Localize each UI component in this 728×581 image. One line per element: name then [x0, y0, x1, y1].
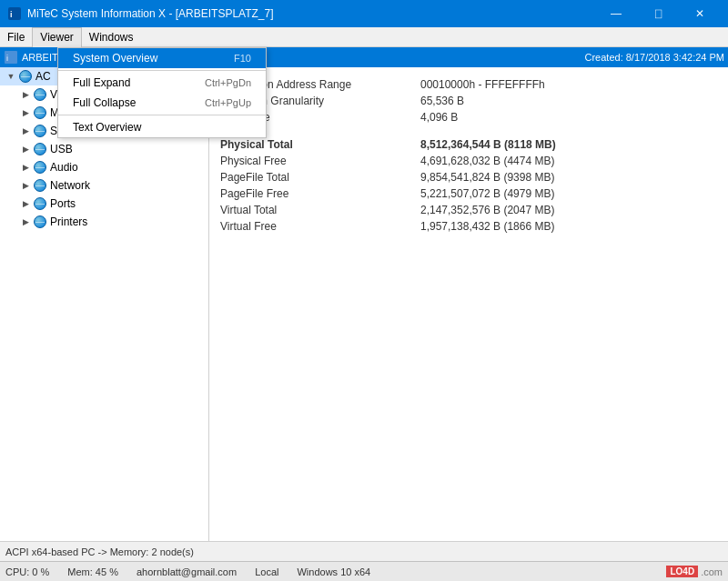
watermark: LO4D .com — [666, 566, 723, 577]
window-title: MiTeC System Information X - [ARBEITSPLA… — [27, 7, 274, 20]
tree-icon-monitor — [33, 105, 47, 120]
content-row-virt-free: Virtual Free 1,957,138,432 B (1866 MB) — [220, 218, 717, 235]
svg-text:i: i — [6, 54, 8, 63]
tree-icon-printers — [33, 215, 47, 229]
content-panel: Application Address Range 00010000h - FF… — [209, 67, 728, 541]
dropdown-separator-2 — [58, 115, 266, 115]
location-stat: Local — [255, 566, 278, 577]
main-area: ▼ AC ▶ Video ▶ Monitor ▶ Storage ▶ USB ▶… — [0, 67, 728, 541]
restore-button[interactable]: ⎕ — [637, 0, 679, 27]
email-stat: ahornblatt@gmail.com — [136, 566, 237, 577]
content-row-pagefile-total: PageFile Total 9,854,541,824 B (9398 MB) — [220, 169, 717, 185]
tree-panel: ▼ AC ▶ Video ▶ Monitor ▶ Storage ▶ USB ▶… — [0, 67, 209, 541]
tree-arrow-printers: ▶ — [18, 215, 33, 229]
content-row-phys-free: Physical Free 4,691,628,032 B (4474 MB) — [220, 153, 717, 169]
value-pagefile-total: 9,854,541,824 B (9398 MB) — [420, 171, 554, 184]
bottom-stats: CPU: 0 % Mem: 45 % ahornblatt@gmail.com … — [5, 566, 370, 577]
os-stat: Windows 10 x64 — [297, 566, 370, 577]
label-virt-total: Virtual Total — [220, 204, 420, 216]
tree-arrow-storage: ▶ — [18, 124, 33, 138]
mem-stat: Mem: 45 % — [67, 566, 118, 577]
dropdown-separator-1 — [58, 70, 266, 71]
tree-item-network[interactable]: ▶ Network — [0, 176, 208, 195]
value-pagesize: 4,096 B — [420, 111, 458, 124]
tree-item-printers[interactable]: ▶ Printers — [0, 213, 208, 231]
tree-icon-ports — [33, 196, 47, 211]
tree-icon-network — [33, 178, 47, 193]
content-row-pagefile-free: PageFile Free 5,221,507,072 B (4979 MB) — [220, 185, 717, 202]
tree-arrow-video: ▶ — [18, 87, 33, 102]
tree-label-network: Network — [50, 179, 90, 192]
lo4d-logo: LO4D — [666, 566, 698, 577]
menu-system-overview-shortcut: F10 — [234, 53, 251, 64]
menu-system-overview-label: System Overview — [73, 52, 157, 65]
tree-label-printers: Printers — [50, 215, 87, 228]
status-bar: ACPI x64-based PC -> Memory: 2 node(s) — [0, 541, 728, 561]
tree-icon-usb — [33, 142, 47, 156]
tree-item-audio[interactable]: ▶ Audio — [0, 158, 208, 176]
tree-arrow-monitor: ▶ — [18, 105, 33, 120]
menu-full-expand-shortcut: Ctrl+PgDn — [205, 77, 251, 88]
menu-text-overview-label: Text Overview — [73, 121, 141, 134]
tree-arrow-audio: ▶ — [18, 160, 33, 175]
cpu-stat: CPU: 0 % — [5, 566, 49, 577]
menu-full-collapse[interactable]: Full Collapse Ctrl+PgUp — [58, 93, 266, 113]
menu-windows[interactable]: Windows — [82, 27, 141, 47]
value-virt-free: 1,957,138,432 B (1866 MB) — [420, 220, 554, 233]
section-gap-1 — [220, 125, 717, 136]
created-timestamp: Created: 8/17/2018 3:42:24 PM — [585, 52, 725, 63]
minimize-button[interactable]: — — [595, 0, 637, 27]
tree-label-audio: Audio — [50, 161, 78, 174]
app-icon: i — [7, 6, 22, 21]
label-pagefile-total: PageFile Total — [220, 171, 420, 184]
menu-viewer[interactable]: Viewer — [32, 27, 81, 47]
close-button[interactable]: ✕ — [679, 0, 721, 27]
value-address-range: 00010000h - FFFEFFFFh — [420, 78, 545, 91]
content-row-phys-total: Physical Total 8,512,364,544 B (8118 MB) — [220, 136, 717, 153]
tree-arrow-network: ▶ — [18, 178, 33, 193]
tree-arrow-ports: ▶ — [18, 196, 33, 211]
menu-full-expand[interactable]: Full Expand Ctrl+PgDn — [58, 73, 266, 93]
tree-arrow-usb: ▶ — [18, 142, 33, 156]
tree-label-usb: USB — [50, 143, 73, 155]
watermark-text: .com — [701, 566, 723, 577]
label-phys-total: Physical Total — [220, 138, 420, 151]
tree-item-ports[interactable]: ▶ Ports — [0, 195, 208, 213]
menu-full-collapse-shortcut: Ctrl+PgUp — [205, 97, 251, 108]
tree-icon-storage — [33, 124, 47, 138]
menu-full-collapse-label: Full Collapse — [73, 96, 136, 109]
menu-file[interactable]: File — [0, 27, 32, 47]
tree-label-ports: Ports — [50, 197, 76, 210]
tree-icon-ac — [18, 69, 33, 84]
value-pagefile-free: 5,221,507,072 B (4979 MB) — [420, 187, 554, 200]
label-virt-free: Virtual Free — [220, 220, 420, 233]
menu-full-expand-label: Full Expand — [73, 76, 130, 89]
value-granularity: 65,536 B — [420, 95, 464, 107]
title-bar: i MiTeC System Information X - [ARBEITSP… — [0, 0, 728, 27]
value-phys-free: 4,691,628,032 B (4474 MB) — [420, 155, 554, 167]
content-row-virt-total: Virtual Total 2,147,352,576 B (2047 MB) — [220, 202, 717, 218]
tree-icon-audio — [33, 160, 47, 175]
bottom-bar: CPU: 0 % Mem: 45 % ahornblatt@gmail.com … — [0, 561, 728, 581]
menu-bar: File Viewer Windows — [0, 27, 728, 47]
tree-arrow-ac: ▼ — [4, 69, 18, 84]
content-row-address-range: Application Address Range 00010000h - FF… — [220, 76, 717, 93]
value-virt-total: 2,147,352,576 B (2047 MB) — [420, 204, 554, 216]
toolbar-icon: i — [4, 50, 18, 65]
menu-system-overview[interactable]: System Overview F10 — [58, 48, 266, 68]
value-phys-total: 8,512,364,544 B (8118 MB) — [420, 138, 556, 151]
tree-label-ac: AC — [35, 70, 51, 83]
label-phys-free: Physical Free — [220, 155, 420, 167]
status-path: ACPI x64-based PC -> Memory: 2 node(s) — [5, 546, 723, 557]
label-pagefile-free: PageFile Free — [220, 187, 420, 200]
content-row-granularity: Allocation Granularity 65,536 B — [220, 93, 717, 109]
viewer-dropdown-menu: System Overview F10 Full Expand Ctrl+PgD… — [57, 47, 267, 138]
svg-text:i: i — [10, 10, 13, 19]
tree-icon-video — [33, 87, 47, 102]
menu-text-overview[interactable]: Text Overview — [58, 117, 266, 137]
content-row-pagesize: Page Size 4,096 B — [220, 109, 717, 125]
tree-item-usb[interactable]: ▶ USB — [0, 140, 208, 158]
